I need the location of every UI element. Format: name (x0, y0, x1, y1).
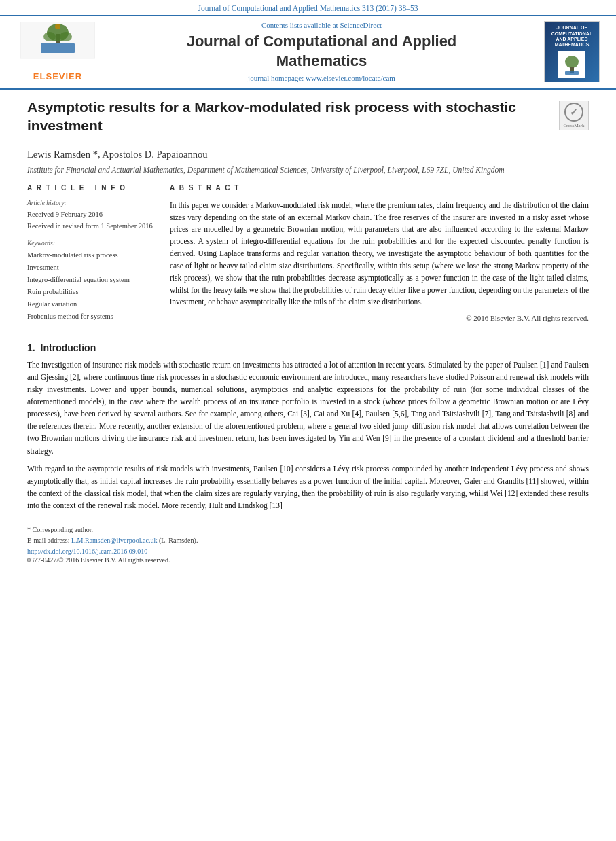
crossmark-badge: ✓ CrossMark (559, 101, 589, 130)
sciencedirect-link[interactable]: ScienceDirect (340, 21, 382, 29)
received-date-1: Received 9 February 2016 (27, 209, 156, 221)
abstract-heading: A B S T R A C T (170, 184, 589, 194)
keyword-6: Frobenius method for systems (27, 310, 156, 323)
contents-line: Contents lists available at ScienceDirec… (102, 21, 541, 29)
keyword-2: Investment (27, 262, 156, 274)
email-link[interactable]: L.M.Ramsden@liverpool.ac.uk (71, 537, 157, 544)
authors-line: Lewis Ramsden *, Apostolos D. Papaioanno… (27, 149, 589, 160)
corresponding-note: * Corresponding author. (27, 524, 589, 535)
journal-homepage: journal homepage: www.elsevier.com/locat… (102, 74, 541, 82)
article-history-label: Article history: (27, 200, 156, 207)
received-date-2: Received in revised form 1 September 201… (27, 221, 156, 232)
footnote-area: * Corresponding author. E-mail address: … (27, 520, 589, 564)
article-info-abstract-row: A R T I C L E I N F O Article history: R… (27, 184, 589, 323)
affiliation: Institute for Financial and Actuarial Ma… (27, 164, 589, 176)
elsevier-logo-svg (20, 22, 95, 61)
keyword-5: Regular variation (27, 298, 156, 310)
keyword-1: Markov-modulated risk process (27, 249, 156, 262)
keywords-label: Keywords: (27, 240, 156, 247)
elsevier-wordmark: ELSEVIER (33, 71, 82, 82)
cover-elsevier-logo (558, 51, 585, 78)
introduction-heading: 1. Introduction (27, 342, 589, 353)
svg-point-6 (55, 24, 60, 29)
article-body: Asymptotic results for a Markov-modulate… (0, 90, 616, 577)
svg-point-4 (43, 32, 56, 41)
homepage-url[interactable]: www.elsevier.com/locate/cam (306, 74, 395, 82)
page: Journal of Computational and Applied Mat… (0, 0, 616, 577)
cover-title-text: JOURNAL OFCOMPUTATIONALAND APPLIEDMATHEM… (551, 25, 592, 48)
top-citation-bar: Journal of Computational and Applied Mat… (0, 0, 616, 16)
journal-title: Journal of Computational and Applied Mat… (102, 32, 541, 71)
cover-image: JOURNAL OFCOMPUTATIONALAND APPLIEDMATHEM… (544, 21, 600, 82)
keywords-block: Keywords: Markov-modulated risk process … (27, 240, 156, 322)
abstract-column: A B S T R A C T In this paper we conside… (170, 184, 589, 323)
introduction-section: 1. Introduction The investigation of ins… (27, 342, 589, 512)
abstract-copyright: © 2016 Elsevier B.V. All rights reserved… (170, 314, 589, 322)
article-history-block: Article history: Received 9 February 201… (27, 200, 156, 232)
abstract-text: In this paper we consider a Markov-modul… (170, 200, 589, 308)
keyword-3: Integro-differential equation system (27, 274, 156, 286)
svg-rect-10 (565, 71, 579, 75)
elsevier-logo (20, 22, 95, 69)
elsevier-logo-area: ELSEVIER (14, 22, 102, 82)
intro-paragraph-1: The investigation of insurance risk mode… (27, 359, 589, 457)
journal-title-area: Contents lists available at ScienceDirec… (102, 21, 541, 82)
section-title-text: Introduction (41, 342, 96, 353)
article-info-heading: A R T I C L E I N F O (27, 184, 156, 194)
intro-paragraph-2: With regard to the asymptotic results of… (27, 463, 589, 512)
keyword-4: Ruin probabilities (27, 286, 156, 298)
email-suffix: (L. Ramsden). (159, 537, 198, 544)
doi-line[interactable]: http://dx.doi.org/10.1016/j.cam.2016.09.… (27, 548, 589, 555)
svg-point-8 (565, 56, 579, 68)
journal-citation: Journal of Computational and Applied Mat… (198, 4, 418, 12)
svg-point-5 (60, 32, 72, 41)
issn-line: 0377-0427/© 2016 Elsevier B.V. All right… (27, 556, 589, 564)
email-label: E-mail address: (27, 537, 69, 544)
article-title: Asymptotic results for a Markov-modulate… (27, 98, 552, 135)
journal-header: ELSEVIER Contents lists available at Sci… (0, 16, 616, 90)
section-number: 1. (27, 342, 35, 353)
section-divider-1 (27, 334, 589, 334)
email-note: E-mail address: L.M.Ramsden@liverpool.ac… (27, 535, 589, 546)
title-row: Asymptotic results for a Markov-modulate… (27, 98, 589, 142)
journal-cover: JOURNAL OFCOMPUTATIONALAND APPLIEDMATHEM… (541, 21, 602, 82)
svg-rect-1 (41, 43, 75, 53)
article-info-column: A R T I C L E I N F O Article history: R… (27, 184, 156, 323)
